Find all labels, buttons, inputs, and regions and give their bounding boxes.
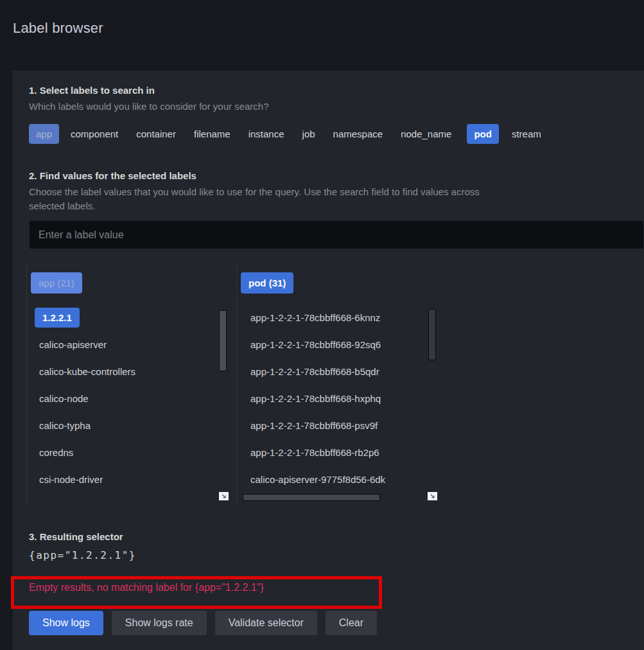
validate-selector-button[interactable]: Validate selector bbox=[215, 611, 317, 635]
resize-handle-icon[interactable] bbox=[428, 492, 437, 500]
value-item[interactable]: 1.2.2.1 bbox=[31, 304, 236, 331]
section2-description: Choose the label values that you would l… bbox=[29, 185, 482, 213]
vertical-scrollbar[interactable] bbox=[219, 310, 227, 371]
value-item[interactable]: calico-apiserver-9775f8d56-6dk bbox=[241, 466, 437, 493]
label-chip-pod[interactable]: pod bbox=[467, 124, 499, 144]
resize-handle-icon[interactable] bbox=[219, 492, 229, 500]
label-chip-filename[interactable]: filename bbox=[194, 128, 231, 139]
values-column-app: app (21) 1.2.2.1calico-apiservercalico-k… bbox=[26, 261, 236, 506]
action-buttons-row: Show logsShow logs rateValidate selector… bbox=[29, 611, 644, 635]
value-item[interactable]: app-1-2-2-1-78cbbff668-psv9f bbox=[241, 412, 437, 439]
empty-results-error-message: Empty results, no matching label for {ap… bbox=[29, 582, 644, 593]
label-value-search-input[interactable] bbox=[29, 220, 644, 249]
value-list-app: 1.2.2.1calico-apiservercalico-kube-contr… bbox=[31, 304, 236, 493]
value-item[interactable]: calico-apiserver bbox=[31, 331, 236, 358]
values-column-pod: pod (31) app-1-2-2-1-78cbbff668-6knnzapp… bbox=[236, 261, 437, 506]
value-item[interactable]: calico-kube-controllers bbox=[31, 358, 236, 385]
column-header-pod[interactable]: pod (31) bbox=[241, 272, 293, 294]
label-chip-namespace[interactable]: namespace bbox=[333, 128, 383, 139]
section3-heading: 3. Resulting selector bbox=[29, 531, 644, 543]
resulting-selector-value: {app="1.2.2.1"} bbox=[29, 549, 644, 561]
section1-heading: 1. Select labels to search in bbox=[29, 84, 644, 97]
clear-button[interactable]: Clear bbox=[326, 611, 377, 635]
value-list-pod: app-1-2-2-1-78cbbff668-6knnzapp-1-2-2-1-… bbox=[241, 304, 437, 493]
value-item[interactable]: coredns bbox=[31, 439, 236, 466]
label-chip-component[interactable]: component bbox=[71, 128, 118, 139]
label-chip-app[interactable]: app bbox=[29, 124, 59, 144]
label-chip-node_name[interactable]: node_name bbox=[401, 128, 451, 139]
value-item[interactable]: calico-node bbox=[31, 385, 236, 412]
label-chips-row: appcomponentcontainerfilenameinstancejob… bbox=[29, 123, 644, 145]
show-logs-rate-button[interactable]: Show logs rate bbox=[112, 611, 207, 635]
value-item[interactable]: app-1-2-2-1-78cbbff668-b5qdr bbox=[241, 358, 437, 385]
label-chip-instance[interactable]: instance bbox=[248, 128, 284, 139]
column-header-app[interactable]: app (21) bbox=[31, 272, 82, 294]
selected-value-chip[interactable]: 1.2.2.1 bbox=[35, 308, 80, 328]
show-logs-button[interactable]: Show logs bbox=[29, 611, 103, 635]
label-chip-container[interactable]: container bbox=[136, 128, 176, 139]
label-browser-panel: 1. Select labels to search in Which labe… bbox=[13, 71, 644, 650]
value-item[interactable]: app-1-2-2-1-78cbbff668-hxphq bbox=[241, 385, 437, 412]
value-item[interactable]: calico-typha bbox=[31, 412, 236, 439]
value-item[interactable]: app-1-2-2-1-78cbbff668-6knnz bbox=[241, 304, 437, 331]
value-item[interactable]: app-1-2-2-1-78cbbff668-92sq6 bbox=[241, 331, 437, 358]
label-chip-stream[interactable]: stream bbox=[512, 128, 541, 139]
label-chip-job[interactable]: job bbox=[302, 128, 315, 139]
section2-heading: 2. Find values for the selected labels bbox=[29, 170, 644, 182]
horizontal-scrollbar[interactable] bbox=[243, 494, 380, 501]
vertical-scrollbar[interactable] bbox=[428, 309, 436, 360]
section1-description: Which labels would you like to consider … bbox=[29, 100, 482, 114]
value-item[interactable]: csi-node-driver bbox=[31, 466, 236, 493]
page-title: Label browser bbox=[13, 20, 103, 37]
values-columns: app (21) 1.2.2.1calico-apiservercalico-k… bbox=[26, 261, 644, 506]
value-item[interactable]: app-1-2-2-1-78cbbff668-rb2p6 bbox=[241, 439, 437, 466]
